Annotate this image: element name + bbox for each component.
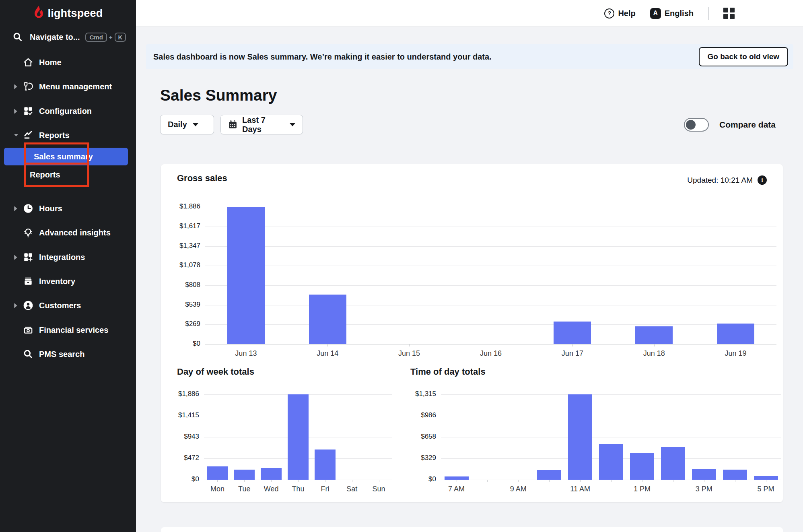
axis-tick	[487, 480, 488, 482]
configuration-icon	[23, 105, 34, 117]
x-axis-label: Tue	[238, 485, 250, 493]
toggle-knob	[686, 120, 696, 130]
y-axis-label: $986	[399, 411, 436, 419]
gridline	[205, 305, 776, 305]
help-button[interactable]: ? Help	[604, 8, 635, 19]
search-icon	[23, 348, 34, 360]
k-keycap: K	[115, 33, 126, 42]
bar-1-PM	[630, 453, 654, 480]
integrations-icon	[23, 252, 34, 263]
banknote-icon	[23, 324, 34, 336]
x-axis-label: 1 PM	[634, 485, 651, 493]
y-axis-label: $1,315	[399, 390, 436, 398]
y-axis-label: $658	[399, 433, 436, 441]
bar-10-AM	[537, 470, 561, 480]
period-dropdown[interactable]: Daily	[160, 115, 214, 134]
compare-data-label: Compare data	[719, 120, 776, 130]
info-banner: Sales dashboard is now Sales summary. We…	[146, 44, 793, 69]
gross-sales-chart: $1,886$1,617$1,347$1,078$808$539$269$0Ju…	[205, 207, 776, 344]
sidebar-item-menu-management[interactable]: Menu management	[0, 78, 136, 95]
sales-summary-card: Gross sales Updated: 10:21 AM i $1,886$1…	[161, 164, 783, 502]
y-axis-label: $329	[399, 454, 436, 462]
gridline	[441, 416, 781, 416]
sidebar-item-integrations[interactable]: Integrations	[0, 249, 136, 265]
page-title: Sales Summary	[160, 87, 277, 104]
sidebar-item-advanced-insights[interactable]: Advanced insights	[0, 225, 136, 241]
home-icon	[23, 57, 34, 68]
y-axis-label: $0	[399, 475, 436, 483]
axis-tick	[379, 480, 379, 482]
bar-Wed	[261, 468, 282, 480]
apps-grid-icon[interactable]	[723, 8, 735, 19]
axis-tick	[244, 480, 245, 482]
axis-tick	[654, 344, 655, 346]
language-button[interactable]: A English	[650, 8, 694, 19]
go-back-old-view-button[interactable]: Go back to old view	[699, 47, 788, 66]
gross-sales-title: Gross sales	[177, 173, 227, 184]
menu-management-icon	[23, 81, 34, 92]
gridline	[205, 324, 776, 325]
sidebar-item-inventory[interactable]: Inventory	[0, 273, 136, 289]
info-icon[interactable]: i	[758, 175, 767, 185]
gridline	[205, 246, 776, 247]
compare-data-toggle[interactable]	[684, 118, 709, 132]
sidebar-item-pms-search[interactable]: PMS search	[0, 346, 136, 362]
bar-11-AM	[568, 394, 592, 480]
chevron-right-icon	[14, 84, 19, 90]
axis-tick	[246, 344, 246, 346]
axis-tick	[325, 480, 325, 482]
logo-wordmark: lightspeed	[47, 7, 103, 20]
sidebar-item-financial-services[interactable]: Financial services	[0, 322, 136, 338]
x-axis-label: 11 AM	[570, 485, 590, 493]
axis-tick	[457, 480, 457, 482]
bar-5-PM	[754, 476, 778, 480]
bar-Fri	[315, 450, 336, 480]
x-axis-label: Jun 18	[643, 349, 665, 358]
sidebar-item-customers[interactable]: Customers	[0, 297, 136, 313]
sidebar-item-hours[interactable]: Hours	[0, 200, 136, 217]
updated-timestamp: Updated: 10:21 AM	[687, 176, 753, 185]
sidebar-item-sales-summary[interactable]: Sales summary	[4, 148, 128, 165]
y-axis-label: $1,617	[163, 222, 200, 230]
time-of-day-title: Time of day totals	[410, 367, 486, 377]
hours-icon	[23, 203, 34, 214]
lightbulb-icon	[23, 227, 34, 238]
y-axis-label: $472	[162, 454, 199, 462]
bar-4-PM	[723, 470, 747, 480]
y-axis-label: $1,886	[163, 202, 200, 210]
lightspeed-logo: lightspeed	[0, 4, 136, 23]
axis-tick	[217, 480, 218, 482]
day-of-week-title: Day of week totals	[177, 367, 254, 377]
axis-tick	[735, 480, 735, 482]
bar-Thu	[288, 394, 309, 480]
x-axis-label: Fri	[321, 485, 329, 493]
sidebar-item-reports[interactable]: Reports	[0, 127, 136, 143]
axis-tick	[298, 480, 299, 482]
bar-Jun-14	[309, 295, 346, 344]
sidebar-item-configuration[interactable]: Configuration	[0, 103, 136, 119]
navigate-search[interactable]: Navigate to... Cmd + K	[0, 28, 136, 46]
axis-tick	[352, 480, 352, 482]
lightspeed-flame-icon	[33, 5, 44, 21]
x-axis-label: Thu	[292, 485, 304, 493]
navigate-placeholder: Navigate to...	[30, 33, 80, 42]
bar-Jun-13	[227, 207, 265, 344]
axis-tick	[642, 480, 642, 482]
sidebar-item-reports-sub[interactable]: Reports	[0, 167, 136, 183]
x-axis-label: 9 AM	[510, 485, 527, 493]
sidebar-item-home[interactable]: Home	[0, 54, 136, 70]
chevron-right-icon	[14, 254, 19, 260]
y-axis-label: $0	[162, 475, 199, 483]
topbar-divider	[708, 7, 709, 20]
gridline	[441, 394, 781, 395]
bar-Jun-17	[554, 322, 591, 344]
bar-Mon	[207, 466, 228, 480]
next-card-edge	[161, 527, 783, 532]
axis-tick	[409, 344, 410, 346]
chevron-down-icon	[290, 123, 295, 126]
keyboard-shortcut: Cmd + K	[85, 33, 126, 42]
compare-data-control: Compare data	[684, 118, 776, 132]
date-range-dropdown[interactable]: Last 7 Days	[220, 115, 303, 134]
bar-2-PM	[661, 447, 685, 480]
axis-tick	[572, 344, 573, 346]
